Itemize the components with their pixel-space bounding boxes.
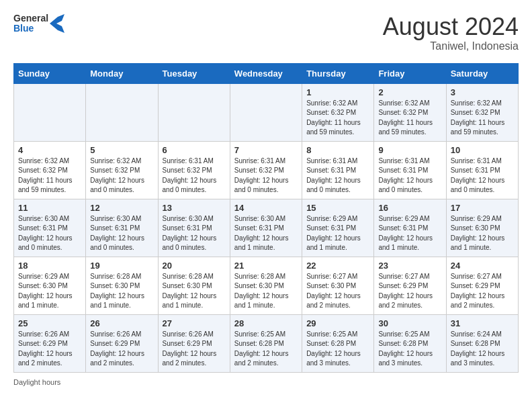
day-info: Sunrise: 6:30 AM Sunset: 6:31 PM Dayligh… bbox=[18, 214, 81, 253]
day-info: Sunrise: 6:28 AM Sunset: 6:30 PM Dayligh… bbox=[90, 272, 153, 311]
day-info: Sunrise: 6:31 AM Sunset: 6:32 PM Dayligh… bbox=[163, 156, 226, 195]
day-number: 5 bbox=[90, 145, 153, 155]
column-header-saturday: Saturday bbox=[446, 63, 518, 83]
day-info: Sunrise: 6:31 AM Sunset: 6:31 PM Dayligh… bbox=[451, 156, 514, 195]
day-info: Sunrise: 6:28 AM Sunset: 6:30 PM Dayligh… bbox=[163, 272, 226, 311]
calendar-cell: 3Sunrise: 6:32 AM Sunset: 6:32 PM Daylig… bbox=[446, 83, 518, 141]
column-header-thursday: Thursday bbox=[302, 63, 374, 83]
calendar-cell: 22Sunrise: 6:27 AM Sunset: 6:30 PM Dayli… bbox=[302, 257, 374, 314]
day-number: 1 bbox=[306, 87, 369, 97]
day-number: 28 bbox=[234, 318, 298, 328]
day-number: 15 bbox=[306, 203, 369, 213]
calendar-cell: 30Sunrise: 6:25 AM Sunset: 6:28 PM Dayli… bbox=[374, 314, 446, 372]
column-header-sunday: Sunday bbox=[14, 63, 86, 83]
day-info: Sunrise: 6:27 AM Sunset: 6:30 PM Dayligh… bbox=[306, 272, 369, 311]
calendar-cell: 5Sunrise: 6:32 AM Sunset: 6:32 PM Daylig… bbox=[86, 141, 158, 199]
day-number: 3 bbox=[451, 87, 514, 97]
day-number: 10 bbox=[451, 145, 514, 155]
day-number: 25 bbox=[18, 318, 81, 328]
calendar-cell: 2Sunrise: 6:32 AM Sunset: 6:32 PM Daylig… bbox=[374, 83, 446, 141]
day-info: Sunrise: 6:32 AM Sunset: 6:32 PM Dayligh… bbox=[18, 156, 81, 195]
calendar-cell: 14Sunrise: 6:30 AM Sunset: 6:31 PM Dayli… bbox=[230, 199, 302, 257]
title-block: August 2024 Taniwel, Indonesia bbox=[383, 13, 519, 52]
day-info: Sunrise: 6:30 AM Sunset: 6:31 PM Dayligh… bbox=[90, 214, 153, 253]
daylight-hours-label: Daylight hours bbox=[13, 378, 60, 386]
column-header-wednesday: Wednesday bbox=[230, 63, 302, 83]
day-number: 19 bbox=[90, 261, 153, 271]
day-info: Sunrise: 6:32 AM Sunset: 6:32 PM Dayligh… bbox=[378, 99, 441, 138]
day-info: Sunrise: 6:29 AM Sunset: 6:31 PM Dayligh… bbox=[378, 214, 441, 253]
calendar-cell: 13Sunrise: 6:30 AM Sunset: 6:31 PM Dayli… bbox=[158, 199, 230, 257]
calendar-cell: 18Sunrise: 6:29 AM Sunset: 6:30 PM Dayli… bbox=[14, 257, 86, 314]
calendar-cell: 26Sunrise: 6:26 AM Sunset: 6:29 PM Dayli… bbox=[86, 314, 158, 372]
day-info: Sunrise: 6:29 AM Sunset: 6:30 PM Dayligh… bbox=[451, 214, 514, 253]
column-header-monday: Monday bbox=[86, 63, 158, 83]
day-info: Sunrise: 6:31 AM Sunset: 6:32 PM Dayligh… bbox=[234, 156, 298, 195]
day-number: 14 bbox=[234, 203, 298, 213]
day-number: 2 bbox=[378, 87, 441, 97]
day-number: 20 bbox=[163, 261, 226, 271]
calendar-cell: 9Sunrise: 6:31 AM Sunset: 6:31 PM Daylig… bbox=[374, 141, 446, 199]
calendar-cell: 7Sunrise: 6:31 AM Sunset: 6:32 PM Daylig… bbox=[230, 141, 302, 199]
calendar-cell: 4Sunrise: 6:32 AM Sunset: 6:32 PM Daylig… bbox=[14, 141, 86, 199]
footer-label: Daylight hours bbox=[13, 378, 519, 386]
calendar-table: SundayMondayTuesdayWednesdayThursdayFrid… bbox=[13, 63, 519, 373]
day-info: Sunrise: 6:32 AM Sunset: 6:32 PM Dayligh… bbox=[306, 99, 369, 138]
day-number: 6 bbox=[163, 145, 226, 155]
day-info: Sunrise: 6:31 AM Sunset: 6:31 PM Dayligh… bbox=[306, 156, 369, 195]
day-number: 9 bbox=[378, 145, 441, 155]
calendar-cell: 12Sunrise: 6:30 AM Sunset: 6:31 PM Dayli… bbox=[86, 199, 158, 257]
day-info: Sunrise: 6:30 AM Sunset: 6:31 PM Dayligh… bbox=[163, 214, 226, 253]
month-year-title: August 2024 bbox=[383, 13, 519, 40]
column-header-tuesday: Tuesday bbox=[158, 63, 230, 83]
day-info: Sunrise: 6:26 AM Sunset: 6:29 PM Dayligh… bbox=[90, 330, 153, 369]
calendar-week-4: 18Sunrise: 6:29 AM Sunset: 6:30 PM Dayli… bbox=[14, 257, 519, 314]
day-number: 30 bbox=[378, 318, 441, 328]
calendar-cell: 10Sunrise: 6:31 AM Sunset: 6:31 PM Dayli… bbox=[446, 141, 518, 199]
column-header-friday: Friday bbox=[374, 63, 446, 83]
day-info: Sunrise: 6:26 AM Sunset: 6:29 PM Dayligh… bbox=[163, 330, 226, 369]
day-number: 18 bbox=[18, 261, 81, 271]
day-number: 22 bbox=[306, 261, 369, 271]
calendar-cell: 29Sunrise: 6:25 AM Sunset: 6:28 PM Dayli… bbox=[302, 314, 374, 372]
calendar-cell: 6Sunrise: 6:31 AM Sunset: 6:32 PM Daylig… bbox=[158, 141, 230, 199]
location-subtitle: Taniwel, Indonesia bbox=[383, 40, 519, 52]
calendar-cell: 17Sunrise: 6:29 AM Sunset: 6:30 PM Dayli… bbox=[446, 199, 518, 257]
logo-general: General bbox=[13, 13, 48, 24]
day-info: Sunrise: 6:25 AM Sunset: 6:28 PM Dayligh… bbox=[234, 330, 298, 369]
day-number: 21 bbox=[234, 261, 298, 271]
day-info: Sunrise: 6:32 AM Sunset: 6:32 PM Dayligh… bbox=[90, 156, 153, 195]
calendar-cell: 28Sunrise: 6:25 AM Sunset: 6:28 PM Dayli… bbox=[230, 314, 302, 372]
day-number: 13 bbox=[163, 203, 226, 213]
calendar-cell: 31Sunrise: 6:24 AM Sunset: 6:28 PM Dayli… bbox=[446, 314, 518, 372]
day-number: 8 bbox=[306, 145, 369, 155]
day-info: Sunrise: 6:25 AM Sunset: 6:28 PM Dayligh… bbox=[378, 330, 441, 369]
calendar-cell: 15Sunrise: 6:29 AM Sunset: 6:31 PM Dayli… bbox=[302, 199, 374, 257]
calendar-cell bbox=[158, 83, 230, 141]
day-info: Sunrise: 6:24 AM Sunset: 6:28 PM Dayligh… bbox=[451, 330, 514, 369]
calendar-cell: 27Sunrise: 6:26 AM Sunset: 6:29 PM Dayli… bbox=[158, 314, 230, 372]
day-number: 26 bbox=[90, 318, 153, 328]
day-number: 17 bbox=[451, 203, 514, 213]
day-info: Sunrise: 6:25 AM Sunset: 6:28 PM Dayligh… bbox=[306, 330, 369, 369]
day-info: Sunrise: 6:29 AM Sunset: 6:31 PM Dayligh… bbox=[306, 214, 369, 253]
day-number: 11 bbox=[18, 203, 81, 213]
calendar-cell: 8Sunrise: 6:31 AM Sunset: 6:31 PM Daylig… bbox=[302, 141, 374, 199]
day-info: Sunrise: 6:32 AM Sunset: 6:32 PM Dayligh… bbox=[451, 99, 514, 138]
logo: General Blue bbox=[13, 13, 64, 34]
day-info: Sunrise: 6:31 AM Sunset: 6:31 PM Dayligh… bbox=[378, 156, 441, 195]
day-number: 29 bbox=[306, 318, 369, 328]
page-header: General Blue August 2024 Taniwel, Indone… bbox=[13, 13, 519, 52]
day-number: 7 bbox=[234, 145, 298, 155]
calendar-week-3: 11Sunrise: 6:30 AM Sunset: 6:31 PM Dayli… bbox=[14, 199, 519, 257]
calendar-cell: 16Sunrise: 6:29 AM Sunset: 6:31 PM Dayli… bbox=[374, 199, 446, 257]
logo-bird-icon bbox=[50, 14, 64, 33]
day-number: 24 bbox=[451, 261, 514, 271]
day-info: Sunrise: 6:28 AM Sunset: 6:30 PM Dayligh… bbox=[234, 272, 298, 311]
calendar-cell: 1Sunrise: 6:32 AM Sunset: 6:32 PM Daylig… bbox=[302, 83, 374, 141]
calendar-cell: 24Sunrise: 6:27 AM Sunset: 6:29 PM Dayli… bbox=[446, 257, 518, 314]
day-number: 27 bbox=[163, 318, 226, 328]
calendar-cell bbox=[230, 83, 302, 141]
calendar-cell: 11Sunrise: 6:30 AM Sunset: 6:31 PM Dayli… bbox=[14, 199, 86, 257]
calendar-cell: 23Sunrise: 6:27 AM Sunset: 6:29 PM Dayli… bbox=[374, 257, 446, 314]
